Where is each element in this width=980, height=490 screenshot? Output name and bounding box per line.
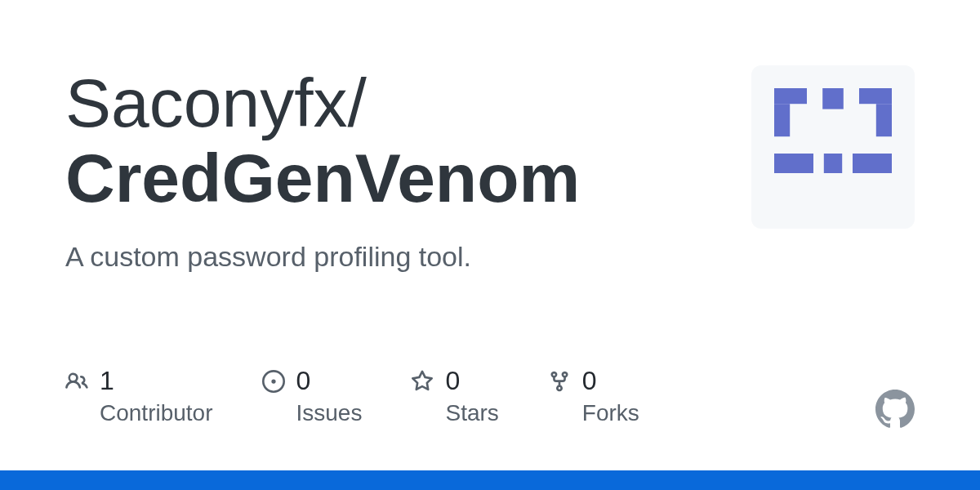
stars-stat[interactable]: 0 Stars bbox=[411, 365, 498, 429]
svg-rect-2 bbox=[822, 88, 844, 109]
contributors-stat[interactable]: 1 Contributor bbox=[65, 365, 213, 429]
repo-name-link[interactable]: CredGenVenom bbox=[65, 140, 751, 216]
github-logo[interactable] bbox=[875, 390, 915, 429]
repo-title-block: Saconyfx/ CredGenVenom A custom password… bbox=[65, 65, 751, 273]
star-icon bbox=[411, 370, 434, 393]
issues-label: Issues bbox=[296, 397, 363, 429]
people-icon bbox=[65, 370, 88, 393]
svg-rect-3 bbox=[859, 88, 892, 104]
repo-stats: 1 Contributor 0 Issues 0 Stars bbox=[65, 365, 639, 429]
stars-count: 0 bbox=[445, 365, 498, 396]
contributors-count: 1 bbox=[100, 365, 213, 396]
issue-icon bbox=[262, 370, 285, 393]
forks-count: 0 bbox=[582, 365, 639, 396]
contributors-label: Contributor bbox=[100, 397, 213, 429]
repo-title: Saconyfx/ CredGenVenom bbox=[65, 65, 751, 216]
svg-rect-0 bbox=[774, 88, 807, 104]
stars-label: Stars bbox=[445, 397, 498, 429]
issues-count: 0 bbox=[296, 365, 363, 396]
repo-owner-link[interactable]: Saconyfx/ bbox=[65, 65, 367, 141]
issues-stat[interactable]: 0 Issues bbox=[262, 365, 363, 429]
repo-description: A custom password profiling tool. bbox=[65, 241, 751, 273]
svg-rect-7 bbox=[853, 154, 892, 173]
bottom-accent-bar bbox=[0, 470, 980, 490]
forks-stat[interactable]: 0 Forks bbox=[548, 365, 639, 429]
forks-label: Forks bbox=[582, 397, 639, 429]
svg-rect-1 bbox=[774, 104, 790, 136]
avatar-icon bbox=[768, 82, 898, 212]
svg-rect-4 bbox=[876, 104, 892, 136]
repo-avatar[interactable] bbox=[751, 65, 915, 229]
svg-rect-6 bbox=[824, 154, 842, 173]
fork-icon bbox=[548, 370, 571, 393]
svg-rect-5 bbox=[774, 154, 813, 173]
github-icon bbox=[875, 390, 915, 429]
